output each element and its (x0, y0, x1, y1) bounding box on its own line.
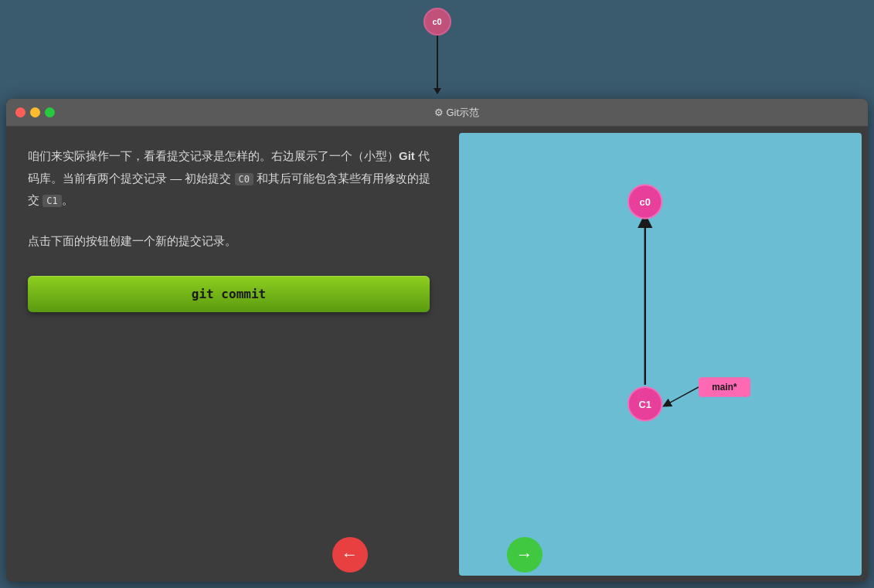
code-c1: C1 (43, 195, 61, 207)
code-c0: C0 (235, 173, 253, 185)
top-area: c0 (0, 0, 874, 100)
bottom-nav: ← → (0, 537, 874, 573)
prev-button[interactable]: ← (332, 537, 368, 573)
top-commit-node: c0 (423, 8, 451, 36)
top-arrow (437, 36, 438, 93)
traffic-lights (15, 107, 55, 117)
sub-text-content: 点击下面的按钮创建一个新的提交记录。 (28, 234, 236, 247)
git-commit-button[interactable]: git commit (28, 276, 430, 312)
git-graph-svg: c0 C1 main* (459, 133, 862, 576)
top-node-label: c0 (432, 17, 441, 26)
sub-text: 点击下面的按钮创建一个新的提交记录。 (28, 230, 431, 251)
window-content: 咱们来实际操作一下，看看提交记录是怎样的。右边展示了一个（小型）Git 代码库。… (6, 127, 868, 582)
right-panel: c0 C1 main* (459, 133, 862, 576)
minimize-button[interactable] (30, 107, 40, 117)
titlebar: ⚙ Git示范 (6, 99, 868, 127)
graph-node-c1-label: C1 (639, 399, 651, 410)
branch-label-text: main* (712, 382, 737, 393)
description-text: 咱们来实际操作一下，看看提交记录是怎样的。右边展示了一个（小型）Git 代码库。… (28, 145, 431, 212)
main-window: ⚙ Git示范 咱们来实际操作一下，看看提交记录是怎样的。右边展示了一个（小型）… (6, 99, 868, 582)
left-panel: 咱们来实际操作一下，看看提交记录是怎样的。右边展示了一个（小型）Git 代码库。… (6, 127, 453, 582)
next-button[interactable]: → (507, 537, 542, 573)
commit-button-wrapper: git commit (28, 276, 431, 312)
prev-arrow: ← (342, 546, 359, 563)
maximize-button[interactable] (45, 107, 55, 117)
graph-node-c0-label: c0 (640, 196, 651, 208)
window-title: ⚙ Git示范 (55, 106, 859, 120)
close-button[interactable] (15, 107, 26, 117)
next-arrow: → (516, 546, 533, 563)
git-label: Git (399, 149, 415, 162)
branch-arrow (666, 387, 698, 405)
